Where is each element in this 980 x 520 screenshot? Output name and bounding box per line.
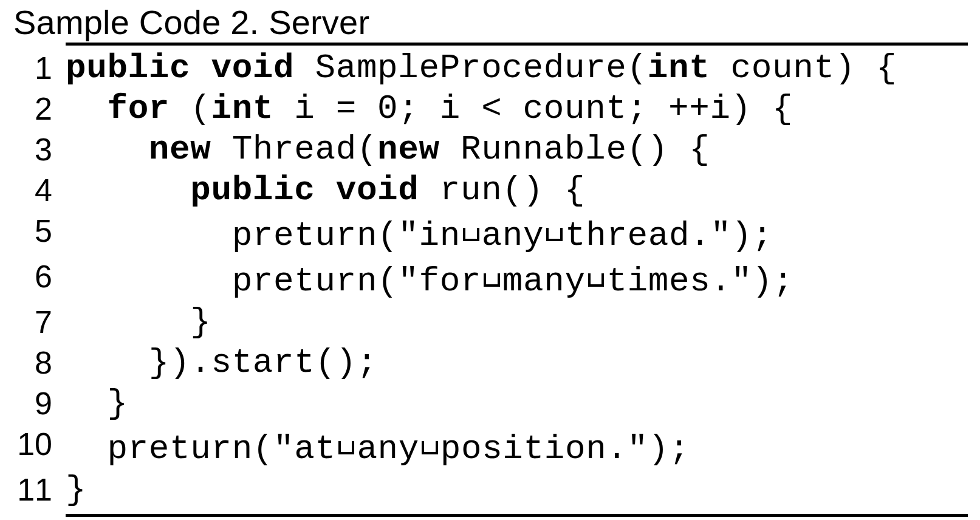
code-line: }	[66, 302, 968, 343]
line-number: 8	[12, 343, 66, 383]
visible-space-icon	[336, 424, 357, 458]
keyword: public	[66, 49, 190, 87]
line-number: 4	[12, 170, 66, 211]
code-line: preturn("formanytimes.");	[66, 256, 968, 302]
line-number: 3	[12, 129, 66, 170]
keyword: public	[190, 171, 315, 210]
line-number: 7	[12, 302, 66, 343]
visible-space-icon	[544, 211, 565, 245]
line-number: 11	[12, 470, 66, 510]
bottom-rule	[66, 514, 968, 517]
keyword: void	[211, 49, 294, 87]
keyword: new	[149, 130, 211, 169]
line-number: 2	[12, 89, 66, 129]
code-line: for (int i = 0; i < count; ++i) {	[66, 89, 968, 129]
keyword: int	[648, 49, 710, 87]
visible-space-icon	[481, 256, 502, 290]
code-line: public void SampleProcedure(int count) {	[66, 48, 968, 89]
code-line: preturn("inanythread.");	[66, 211, 968, 256]
line-number: 9	[12, 383, 66, 424]
line-number: 10	[12, 424, 66, 470]
visible-space-icon	[461, 211, 482, 245]
keyword: int	[211, 89, 273, 128]
code-line: preturn("atanyposition.");	[66, 424, 968, 470]
keyword: new	[377, 130, 440, 169]
code-line: public void run() {	[66, 170, 968, 211]
code-listing: 1public void SampleProcedure(int count) …	[12, 48, 968, 510]
line-number: 1	[12, 48, 66, 89]
top-rule	[66, 43, 968, 46]
keyword: void	[336, 171, 419, 210]
code-line: }).start();	[66, 343, 968, 383]
code-line: }	[66, 470, 968, 510]
code-line: new Thread(new Runnable() {	[66, 129, 968, 170]
line-number: 5	[12, 211, 66, 256]
visible-space-icon	[586, 256, 607, 290]
line-number: 6	[12, 256, 66, 302]
visible-space-icon	[419, 424, 440, 458]
listing-caption: Sample Code 2. Server	[13, 4, 968, 41]
keyword: for	[107, 89, 170, 128]
code-line: }	[66, 383, 968, 424]
